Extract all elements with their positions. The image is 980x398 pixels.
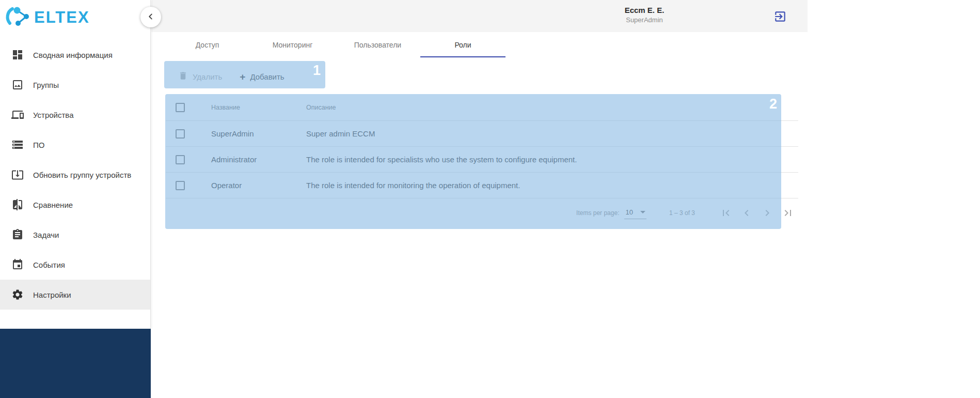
sidebar-item-label: Сводная информация [33, 51, 113, 59]
role-description: The role is intended for monitoring the … [306, 181, 798, 190]
select-all-checkbox[interactable] [176, 103, 185, 112]
role-name: SuperAdmin [211, 129, 306, 138]
chevron-down-icon [640, 211, 645, 213]
chevron-left-icon [145, 11, 156, 24]
update-group-icon [11, 169, 24, 181]
sidebar-collapse-button[interactable] [140, 7, 161, 27]
next-page-button[interactable] [761, 207, 773, 219]
events-icon [11, 258, 24, 271]
sidebar-item-tasks[interactable]: Задачи [0, 220, 150, 250]
role-name: Operator [211, 181, 306, 190]
software-icon [11, 139, 24, 151]
roles-table: Название Описание SuperAdmin Super admin… [166, 94, 798, 227]
table-row: SuperAdmin Super admin ECCM [166, 121, 798, 147]
table-row: Administrator The role is intended for s… [166, 147, 798, 173]
sidebar-item-update-group[interactable]: Обновить группу устройств [0, 160, 150, 190]
row-checkbox[interactable] [176, 129, 185, 139]
sidebar-item-compare[interactable]: Сравнение [0, 190, 150, 220]
sidebar-item-groups[interactable]: Группы [0, 70, 150, 100]
previous-page-button[interactable] [740, 207, 753, 219]
first-page-button[interactable] [720, 207, 732, 219]
tab-users[interactable]: Пользователи [335, 32, 420, 57]
add-button[interactable]: + Добавить [240, 72, 284, 82]
row-checkbox[interactable] [176, 181, 185, 190]
sidebar-item-label: Группы [33, 81, 59, 89]
roles-toolbar: Удалить + Добавить [151, 65, 808, 88]
last-page-button[interactable] [782, 207, 794, 219]
sidebar-item-events[interactable]: События [0, 250, 150, 280]
previous-page-icon [740, 207, 753, 219]
table-header-row: Название Описание [166, 94, 798, 121]
tab-monitoring[interactable]: Мониторинг [250, 32, 335, 57]
devices-icon [11, 109, 24, 121]
sidebar-item-label: Обновить группу устройств [33, 171, 131, 179]
role-description: Super admin ECCM [306, 129, 798, 138]
sidebar-item-label: Устройства [33, 111, 73, 119]
trash-icon [178, 71, 188, 82]
page-range-label: 1 – 3 of 3 [669, 209, 695, 217]
first-page-icon [720, 207, 732, 219]
role-description: The role is intended for specialists who… [306, 155, 798, 164]
sidebar-item-label: ПО [33, 141, 44, 149]
sidebar-item-devices[interactable]: Устройства [0, 100, 150, 130]
items-per-page-value: 10 [625, 208, 633, 216]
table-row: Operator The role is intended for monito… [166, 173, 798, 198]
row-checkbox[interactable] [176, 155, 185, 164]
tab-bar: Доступ Мониторинг Пользователи Роли [151, 32, 808, 57]
sidebar-item-summary[interactable]: Сводная информация [0, 40, 150, 70]
sidebar-item-label: Задачи [33, 231, 59, 239]
sidebar: ELTEX Сводная информация Группы Устройст… [0, 0, 151, 329]
tasks-icon [11, 228, 24, 241]
sidebar-item-label: Настройки [33, 290, 71, 299]
sidebar-item-settings[interactable]: Настройки [0, 280, 150, 310]
user-info: Eccm E. E. SuperAdmin [613, 6, 675, 24]
main-content: Eccm E. E. SuperAdmin Доступ Мониторинг … [151, 0, 808, 398]
top-bar: Eccm E. E. SuperAdmin [151, 0, 808, 32]
next-page-icon [761, 207, 773, 219]
delete-button[interactable]: Удалить [178, 71, 222, 82]
settings-icon [11, 288, 24, 301]
sidebar-item-label: События [33, 261, 65, 269]
logout-button[interactable] [773, 10, 787, 23]
brand-logo-text: ELTEX [34, 8, 90, 27]
user-name: Eccm E. E. [613, 6, 675, 14]
sidebar-item-software[interactable]: ПО [0, 130, 150, 160]
column-header-description: Описание [306, 104, 798, 111]
tab-access[interactable]: Доступ [165, 32, 250, 57]
sidebar-footer [0, 329, 151, 398]
paginator: Items per page: 10 1 – 3 of 3 [166, 198, 798, 227]
role-name: Administrator [211, 155, 306, 164]
sidebar-nav: Сводная информация Группы Устройства ПО … [0, 40, 150, 310]
sidebar-item-label: Сравнение [33, 201, 73, 209]
last-page-icon [782, 207, 794, 219]
brand-logo: ELTEX [5, 4, 90, 31]
delete-button-label: Удалить [193, 72, 222, 81]
add-button-label: Добавить [250, 72, 284, 81]
tab-roles[interactable]: Роли [420, 32, 505, 57]
user-role: SuperAdmin [613, 16, 675, 24]
items-per-page-label: Items per page: [576, 209, 619, 217]
groups-icon [11, 79, 24, 91]
logout-icon [773, 17, 787, 25]
dashboard-icon [11, 49, 24, 61]
items-per-page-select[interactable]: 10 [624, 207, 646, 219]
eltex-network-logo-icon [5, 5, 32, 30]
plus-icon: + [240, 72, 245, 82]
column-header-name: Название [211, 104, 306, 111]
compare-icon [11, 198, 24, 211]
